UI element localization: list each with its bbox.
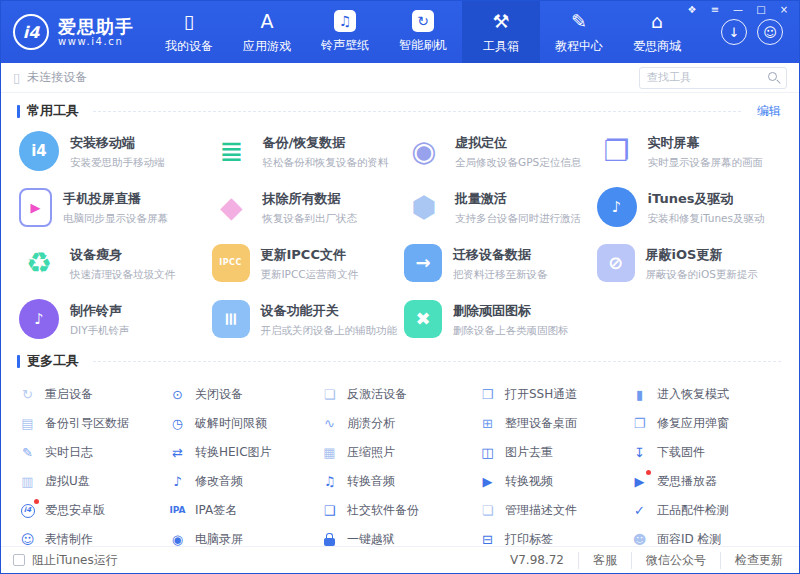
more-tool-download-firmware[interactable]: ↧下载固件 [631,438,789,467]
tool-desc: 快速清理设备垃圾文件 [70,268,175,282]
more-tool-crash-analysis[interactable]: ∿崩溃分析 [321,409,479,438]
tool-make-ringtone[interactable]: ♪ 制作铃声DIY手机铃声 [19,297,212,341]
tool-itunes-driver[interactable]: ♪ iTunes及驱动安装和修复iTunes及驱动 [597,185,790,229]
ipa-sign-icon: IPA [169,502,186,519]
power-icon: ⊙ [169,386,186,403]
tool-migrate-data[interactable]: → 迁移设备数据把资料迁移至新设备 [404,241,597,285]
more-tool-convert-audio[interactable]: ♫转换音频 [321,467,479,496]
music-tile-icon: ♫ [334,10,356,32]
appstore-icon: A [261,10,274,33]
more-tool-accessory-check[interactable]: ✓正品配件检测 [631,496,789,525]
nav-label: 工具箱 [483,38,519,55]
tool-update-ipcc[interactable]: IPCC 更新IPCC文件更新IPCC运营商文件 [212,241,405,285]
gift-icon[interactable]: ❖ [685,4,699,15]
block-itunes-checkbox[interactable] [13,554,25,566]
tool-block-ios-update[interactable]: ⊘ 屏蔽iOS更新屏蔽设备的iOS更新提示 [597,241,790,285]
more-tool-label: 爱思安卓版 [45,502,105,519]
more-tool-edit-audio[interactable]: ♪修改音频 [169,467,321,496]
more-tool-label: 正品配件检测 [657,502,729,519]
user-account-button[interactable]: ☺ [757,19,783,45]
tool-realtime-screen[interactable]: ❐ 实时屏幕实时显示设备屏幕的画面 [597,129,790,173]
more-tool-arrange-desktop[interactable]: ⊞整理设备桌面 [479,409,631,438]
tool-desc: 安装爱思助手移动端 [70,156,165,170]
tool-device-slim[interactable]: ♻ 设备瘦身快速清理设备垃圾文件 [19,241,212,285]
tool-desc: DIY手机铃声 [70,324,130,338]
more-tool-faceid-check[interactable]: ☻面容ID 检测 [631,525,789,546]
more-tool-convert-video[interactable]: ▶转换视频 [479,467,631,496]
app-title: 爱思助手 [58,17,134,37]
tool-title: 迁移设备数据 [453,247,531,262]
more-tool-restart[interactable]: ↻重启设备 [19,380,169,409]
i4-android-icon: i4 [19,502,36,519]
more-tool-jailbreak[interactable]: 一键越狱 [321,525,479,546]
task-list-icon[interactable]: ≡ [708,4,722,15]
more-tool-time-limit[interactable]: ◷破解时间限额 [169,409,321,438]
tool-title: iTunes及驱动 [648,191,734,206]
main-content: 常用工具 编辑 i4 安装移动端安装爱思助手移动端 ≣ 备份/恢复数据轻松备份和… [1,93,799,546]
tool-install-mobile[interactable]: i4 安装移动端安装爱思助手移动端 [19,129,212,173]
log-pencil-icon: ✎ [19,444,36,461]
edit-link[interactable]: 编辑 [757,103,781,120]
minimize-button[interactable]: — [731,4,745,15]
nav-smart-flash[interactable]: ↻ 智能刷机 [384,1,462,63]
tool-delete-stubborn-icons[interactable]: ✖ 删除顽固图标删除设备上各类顽固图标 [404,297,597,341]
more-tool-manage-profiles[interactable]: ❏管理描述文件 [479,496,631,525]
app-window: i4 爱思助手 www.i4.cn ▯ 我的设备 A 应用游戏 ♫ 铃声壁纸 ↻… [0,0,800,574]
maximize-button[interactable]: □ [754,4,768,15]
screen-record-icon: ◉ [169,531,186,546]
tool-search-input[interactable] [647,71,768,84]
common-tools-grid: i4 安装移动端安装爱思助手移动端 ≣ 备份/恢复数据轻松备份和恢复设备的资料 … [1,124,799,343]
more-tool-deactivate[interactable]: ❏反激活设备 [321,380,479,409]
section-divider [93,361,781,362]
more-tool-label: 虚拟U盘 [45,473,90,490]
tool-backup-restore[interactable]: ≣ 备份/恢复数据轻松备份和恢复设备的资料 [212,129,405,173]
tool-search-box[interactable] [639,67,787,89]
erase-data-icon: ◆ [212,187,252,227]
more-tool-label: 打印标签 [505,531,553,546]
download-manager-button[interactable]: ↓ [721,19,747,45]
nav-my-device[interactable]: ▯ 我的设备 [150,1,228,63]
nav-label: 教程中心 [555,38,603,55]
nav-tutorial-center[interactable]: ✎ 教程中心 [540,1,618,63]
more-tool-label: 转换音频 [347,473,395,490]
more-tool-image-dedupe[interactable]: ◫图片去重 [479,438,631,467]
more-tool-realtime-log[interactable]: ✎实时日志 [19,438,169,467]
ipcc-folder-icon: IPCC [212,244,250,282]
close-button[interactable]: × [777,4,791,15]
more-tool-screen-record[interactable]: ◉电脑录屏 [169,525,321,546]
tool-erase-all-data[interactable]: ◆ 抹除所有数据恢复设备到出厂状态 [212,185,405,229]
check-update-link[interactable]: 检查更新 [720,552,787,569]
more-tool-i4-android[interactable]: i4爱思安卓版 [19,496,169,525]
more-tool-i4-player[interactable]: ▶爱思播放器 [631,467,789,496]
nav-label: 铃声壁纸 [321,37,369,54]
tool-desc: 实时显示设备屏幕的画面 [648,156,764,170]
more-tool-ssh[interactable]: ❒打开SSH通道 [479,380,631,409]
more-tool-shutdown[interactable]: ⊙关闭设备 [169,380,321,409]
more-tool-backup-boot[interactable]: ▤备份引导区数据 [19,409,169,438]
device-status-bar: ▯ 未连接设备 [1,63,799,93]
more-tool-heic-convert[interactable]: ⇄转换HEIC图片 [169,438,321,467]
search-icon[interactable] [768,72,779,83]
more-tool-ipa-sign[interactable]: IPAIPA签名 [169,496,321,525]
customer-service-link[interactable]: 客服 [578,552,631,569]
more-tool-compress-photos[interactable]: ▦压缩照片 [321,438,479,467]
tool-batch-activate[interactable]: ⬢ 批量激活支持多台设备同时进行激活 [404,185,597,229]
nav-app-games[interactable]: A 应用游戏 [228,1,306,63]
more-tool-virtual-usb[interactable]: ▥虚拟U盘 [19,467,169,496]
more-tool-fix-popup[interactable]: ❐修复应用弹窗 [631,409,789,438]
i4-logo-icon: i4 [13,14,49,50]
profiles-icon: ❏ [479,502,496,519]
wechat-official-link[interactable]: 微信公众号 [631,552,720,569]
nav-toolbox[interactable]: ⚒ 工具箱 [462,1,540,63]
more-tool-recovery-mode[interactable]: ▮进入恢复模式 [631,380,789,409]
more-tool-emoji-maker[interactable]: ☺表情制作 [19,525,169,546]
more-tool-print-label[interactable]: ⊟打印标签 [479,525,631,546]
more-tool-social-backup[interactable]: ❑社交软件备份 [321,496,479,525]
nav-ringtones-wallpaper[interactable]: ♫ 铃声壁纸 [306,1,384,63]
section-title: 更多工具 [27,352,79,370]
tool-feature-switch[interactable]: ≡ 设备功能开关开启或关闭设备上的辅助功能 [212,297,405,341]
section-accent-bar [17,355,20,368]
lock-icon [321,531,338,546]
tool-screen-cast-live[interactable]: ▶ 手机投屏直播电脑同步显示设备屏幕 [19,185,212,229]
tool-virtual-location[interactable]: ◉ 虚拟定位全局修改设备GPS定位信息 [404,129,597,173]
